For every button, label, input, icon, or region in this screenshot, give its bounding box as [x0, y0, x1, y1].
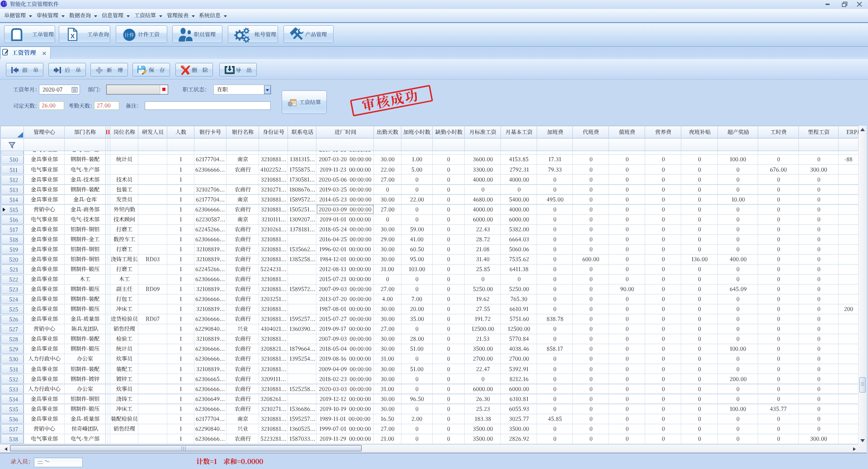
svg-text:X: X [71, 33, 75, 40]
